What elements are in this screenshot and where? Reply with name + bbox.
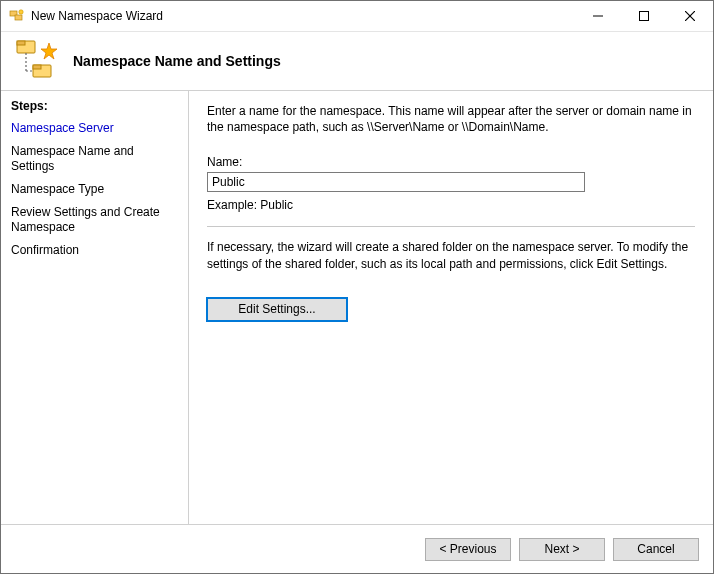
maximize-button[interactable] (621, 1, 667, 31)
steps-heading: Steps: (11, 99, 178, 113)
svg-line-5 (685, 11, 695, 21)
step-label: Namespace Server (11, 121, 114, 135)
step-label: Namespace Name and Settings (11, 144, 134, 173)
step-confirmation[interactable]: Confirmation (11, 243, 178, 258)
step-namespace-server[interactable]: Namespace Server (11, 121, 178, 136)
cancel-button[interactable]: Cancel (613, 538, 699, 561)
step-namespace-name-settings[interactable]: Namespace Name and Settings (11, 144, 178, 174)
wizard-banner-icon (11, 37, 59, 85)
wizard-content: Enter a name for the namespace. This nam… (189, 91, 713, 524)
svg-line-6 (685, 11, 695, 21)
name-label: Name: (207, 155, 695, 169)
steps-sidebar: Steps: Namespace Server Namespace Name a… (1, 91, 189, 524)
close-button[interactable] (667, 1, 713, 31)
svg-marker-7 (41, 43, 57, 59)
wizard-banner: Namespace Name and Settings (1, 32, 713, 91)
example-text: Example: Public (207, 198, 695, 212)
wizard-footer: < Previous Next > Cancel (1, 524, 713, 573)
divider (207, 226, 695, 227)
window-title: New Namespace Wizard (31, 9, 163, 23)
svg-rect-4 (640, 12, 649, 21)
svg-rect-9 (17, 41, 25, 45)
previous-button[interactable]: < Previous (425, 538, 511, 561)
titlebar: New Namespace Wizard (1, 1, 713, 32)
step-label: Review Settings and Create Namespace (11, 205, 160, 234)
svg-rect-13 (33, 65, 41, 69)
banner-title: Namespace Name and Settings (73, 53, 281, 69)
wizard-window: New Namespace Wizard (0, 0, 714, 574)
svg-point-2 (19, 10, 23, 14)
next-button[interactable]: Next > (519, 538, 605, 561)
step-namespace-type[interactable]: Namespace Type (11, 182, 178, 197)
minimize-button[interactable] (575, 1, 621, 31)
step-review-create[interactable]: Review Settings and Create Namespace (11, 205, 178, 235)
app-icon (9, 8, 25, 24)
wizard-body: Steps: Namespace Server Namespace Name a… (1, 91, 713, 524)
step-label: Confirmation (11, 243, 79, 257)
shared-folder-info: If necessary, the wizard will create a s… (207, 239, 695, 271)
step-label: Namespace Type (11, 182, 104, 196)
intro-text: Enter a name for the namespace. This nam… (207, 103, 695, 135)
namespace-name-input[interactable] (207, 172, 585, 192)
edit-settings-button[interactable]: Edit Settings... (207, 298, 347, 321)
svg-rect-1 (15, 15, 22, 20)
window-controls (575, 1, 713, 31)
